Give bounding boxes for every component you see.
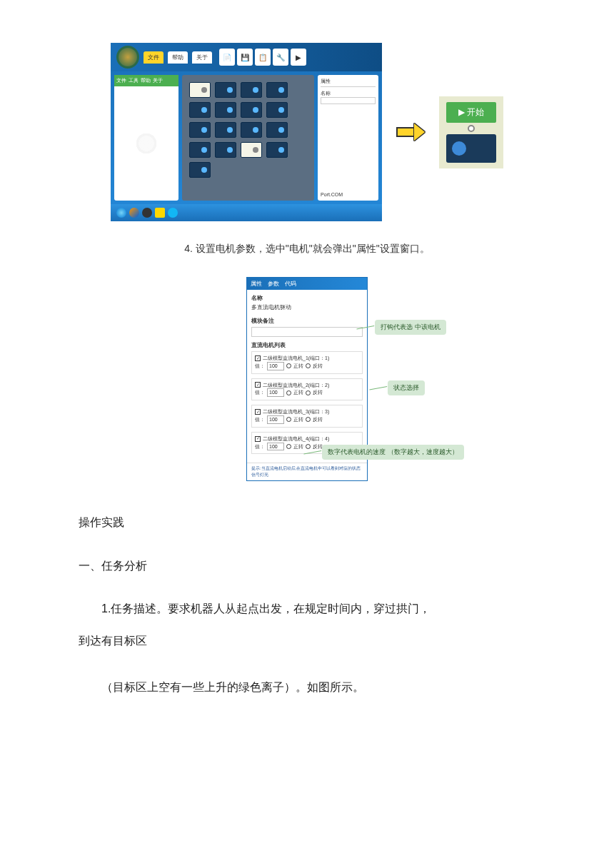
- motor-name: 二级模型直流电机_1(端口：1): [263, 355, 329, 362]
- radio-fwd[interactable]: [286, 390, 291, 395]
- value-label: 值：: [255, 363, 265, 370]
- play-icon: ▶: [458, 107, 465, 117]
- flowchart-preview: ▶ 开始: [439, 96, 503, 168]
- component-item[interactable]: [241, 102, 262, 118]
- figure-2: ↖ 属性 参数 代码 名称 多直流电机驱动 模块备注 直流电机列表 ✓ 二级模型…: [0, 277, 614, 481]
- radio-rev[interactable]: [306, 444, 311, 449]
- value-input[interactable]: 100: [267, 443, 284, 451]
- section-title-1: 一、任务分析: [79, 553, 535, 578]
- note-input[interactable]: [251, 327, 363, 337]
- component-item[interactable]: [266, 122, 288, 138]
- app-icon[interactable]: [142, 208, 152, 218]
- tool-icon-2[interactable]: 💾: [237, 49, 253, 66]
- app-titlebar: 文件 帮助 关于 📄 💾 📋 🔧 ▶: [111, 43, 382, 71]
- settings-tab-1[interactable]: 属性: [251, 280, 262, 288]
- annotation-speed: 数字代表电机的速度 （数字越大，速度越大）: [322, 445, 464, 460]
- settings-hint: 提示:当直流电机启动后,在直流电机中可以看到对应的状态信号灯亮: [247, 463, 367, 480]
- component-item[interactable]: [266, 82, 288, 98]
- app-window: 文件 帮助 关于 📄 💾 📋 🔧 ▶ 文件 工具 帮助 关于: [111, 43, 382, 221]
- value-input[interactable]: 100: [267, 388, 284, 397]
- properties-panel: 属性 名称 Port.COM: [318, 75, 378, 201]
- radio-fwd[interactable]: [286, 444, 291, 449]
- component-item[interactable]: [266, 142, 288, 158]
- radio-rev[interactable]: [306, 417, 311, 422]
- document-text: 操作实践 一、任务分析 1.任务描述。要求机器人从起点出发，在规定时间内，穿过拱…: [0, 510, 614, 700]
- component-item[interactable]: [215, 102, 236, 118]
- settings-tab-2[interactable]: 参数: [268, 280, 279, 288]
- motor-checkbox[interactable]: ✓: [255, 436, 261, 442]
- figure-1: 文件 帮助 关于 📄 💾 📋 🔧 ▶ 文件 工具 帮助 关于: [0, 43, 614, 221]
- connector-icon: [468, 125, 475, 132]
- motor-checkbox[interactable]: ✓: [255, 355, 261, 361]
- motor-name: 二级模型直流电机_2(端口：2): [263, 382, 329, 389]
- value-label: 值：: [255, 416, 265, 423]
- tab-file[interactable]: 文件: [144, 51, 163, 64]
- annotation-state: 状态选择: [388, 380, 425, 395]
- motor-item-2: ✓ 二级模型直流电机_2(端口：2) 值： 100 正转 反转: [251, 378, 363, 401]
- folder-icon[interactable]: [155, 208, 165, 218]
- component-item[interactable]: [215, 142, 236, 158]
- tool-icon-1[interactable]: 📄: [219, 49, 235, 66]
- firefox-icon[interactable]: [129, 208, 139, 218]
- component-item[interactable]: [189, 122, 211, 138]
- flow-motor-block[interactable]: [446, 134, 496, 163]
- settings-title: 名称: [251, 294, 363, 302]
- motor-name: 二级模型直流电机_4(端口：4): [263, 435, 329, 443]
- props-header: 属性: [321, 78, 376, 87]
- gear-icon: [129, 126, 164, 161]
- component-item[interactable]: [266, 102, 288, 118]
- component-item[interactable]: [189, 162, 211, 178]
- annotation-checkbox: 打钩代表选 中该电机: [375, 320, 446, 335]
- paragraph-1-cont: 到达有目标区: [79, 628, 535, 653]
- component-item[interactable]: [215, 122, 236, 138]
- left-sidebar: 文件 工具 帮助 关于: [114, 75, 178, 201]
- tool-icon-4[interactable]: 🔧: [273, 49, 288, 66]
- component-item[interactable]: [189, 102, 211, 118]
- taskbar: [111, 204, 382, 221]
- tool-icon-3[interactable]: 📋: [255, 49, 271, 66]
- value-label: 值：: [255, 443, 265, 450]
- component-palette: [182, 75, 314, 201]
- arrow-right-icon: [396, 123, 425, 141]
- props-label: 名称: [321, 90, 376, 97]
- radio-fwd[interactable]: [286, 363, 291, 368]
- value-input[interactable]: 100: [267, 415, 284, 424]
- props-footnote: Port.COM: [321, 192, 376, 197]
- radio-rev[interactable]: [306, 390, 311, 395]
- left-menu-1[interactable]: 文件: [116, 77, 126, 84]
- flow-start-block[interactable]: ▶ 开始: [446, 102, 496, 123]
- component-item[interactable]: [241, 142, 262, 158]
- value-label: 值：: [255, 389, 265, 396]
- left-menu-4[interactable]: 关于: [153, 77, 163, 84]
- motor-checkbox[interactable]: ✓: [255, 382, 261, 388]
- component-item[interactable]: [189, 142, 211, 158]
- component-item[interactable]: [215, 82, 236, 98]
- left-menu-3[interactable]: 帮助: [141, 77, 151, 84]
- motor-item-1: ✓ 二级模型直流电机_1(端口：1) 值： 100 正转 反转: [251, 351, 363, 374]
- paragraph-1: 1.任务描述。要求机器人从起点出发，在规定时间内，穿过拱门，: [79, 596, 535, 621]
- tab-about[interactable]: 关于: [192, 51, 212, 64]
- radio-rev[interactable]: [306, 363, 311, 368]
- qq-icon[interactable]: [168, 208, 178, 218]
- component-item[interactable]: [241, 122, 262, 138]
- figure-1-caption: 4. 设置电机参数，选中"电机"就会弹出"属性"设置窗口。: [0, 243, 614, 256]
- motor-name: 二级模型直流电机_3(端口：3): [263, 408, 329, 415]
- settings-subtitle: 多直流电机驱动: [251, 303, 363, 311]
- list-label: 直流电机列表: [251, 341, 363, 349]
- tab-help[interactable]: 帮助: [168, 51, 188, 64]
- motor-item-3: ✓ 二级模型直流电机_3(端口：3) 值： 100 正转 反转: [251, 405, 363, 428]
- value-input[interactable]: 100: [267, 362, 284, 370]
- note-label: 模块备注: [251, 317, 363, 325]
- props-input[interactable]: [321, 97, 376, 104]
- left-menu-2[interactable]: 工具: [129, 77, 139, 84]
- windows-icon[interactable]: [116, 208, 126, 218]
- component-item[interactable]: [241, 82, 262, 98]
- radio-fwd[interactable]: [286, 417, 291, 422]
- app-logo-icon: [116, 46, 139, 69]
- motor-checkbox[interactable]: ✓: [255, 409, 261, 415]
- paragraph-2: （目标区上空有一些上升的绿色离子）。如图所示。: [79, 675, 535, 700]
- settings-tab-3[interactable]: 代码: [285, 280, 296, 288]
- component-item[interactable]: [189, 82, 211, 98]
- heading-practice: 操作实践: [79, 510, 535, 535]
- tool-icon-5[interactable]: ▶: [291, 49, 306, 66]
